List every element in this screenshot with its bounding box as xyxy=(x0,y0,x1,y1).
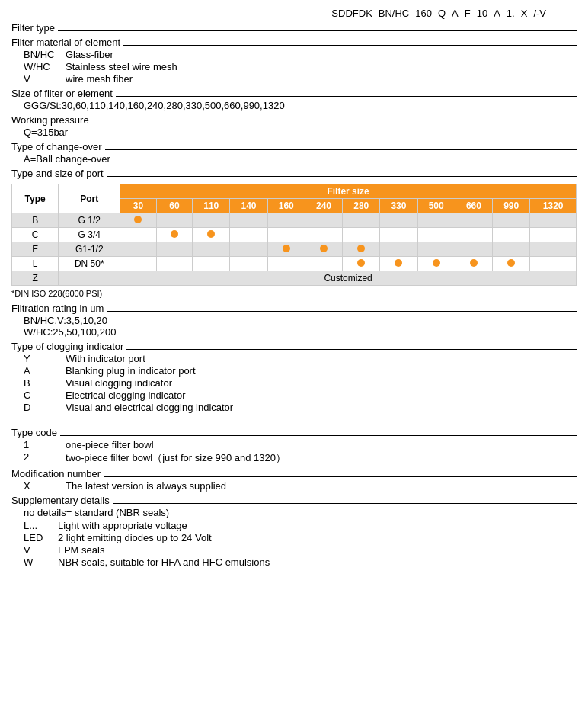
col-110: 110 xyxy=(193,199,230,213)
filtration-val-1: BN/HC,V:3,5,10,20 xyxy=(24,315,577,326)
filter-material-items: BN/HC Glass-fiber W/HC Stainless steel w… xyxy=(24,49,577,85)
mat-row-bnhc: BN/HC Glass-fiber xyxy=(24,49,577,60)
col-1320: 1320 xyxy=(530,199,577,213)
typecode-key-2: 2 xyxy=(24,451,66,465)
type-code-line xyxy=(60,435,577,436)
mat-row-v: V wire mesh fiber xyxy=(24,73,577,85)
c-330 xyxy=(380,228,417,242)
typecode-row-2: 2 two-piece filter bowl（just for size 99… xyxy=(24,451,577,465)
e-140 xyxy=(230,242,267,257)
clogging-row-a: A Blanking plug in indicator port xyxy=(24,365,577,377)
col-type: Type xyxy=(12,184,59,213)
c-110 xyxy=(193,228,230,242)
port-l: DN 50* xyxy=(59,257,120,271)
working-pressure-label: Working pressure xyxy=(11,114,89,126)
b-500 xyxy=(417,213,455,228)
size-filter-line xyxy=(116,96,577,97)
mat-key-bnhc: BN/HC xyxy=(24,49,66,60)
table-row-e: E G1-1/2 xyxy=(12,242,577,257)
code-1: 1. xyxy=(507,8,515,19)
supp-row-l: L... Light with appropriate voltage xyxy=(24,520,577,531)
supp-section: Supplementary details xyxy=(11,495,577,506)
code-160: 160 xyxy=(415,8,432,19)
clogging-val-y: With indicator port xyxy=(66,353,145,364)
type-z: Z xyxy=(12,271,59,286)
col-30: 30 xyxy=(120,199,157,213)
mod-number-line xyxy=(104,476,577,477)
b-1320 xyxy=(530,213,577,228)
code-v: /-V xyxy=(533,8,546,19)
e-330 xyxy=(380,242,417,257)
working-pressure-value: Q=315bar xyxy=(24,127,577,138)
change-over-label: Type of change-over xyxy=(11,141,102,152)
mod-key-x: X xyxy=(24,480,66,492)
l-160 xyxy=(267,257,305,271)
e-660 xyxy=(455,242,492,257)
mod-number-label: Modification number xyxy=(11,468,101,479)
typecode-row-1: 1 one-piece filter bowl xyxy=(24,439,577,450)
l-330 xyxy=(380,257,417,271)
l-500 xyxy=(417,257,455,271)
c-280 xyxy=(343,228,380,242)
col-140: 140 xyxy=(230,199,267,213)
type-code-items: 1 one-piece filter bowl 2 two-piece filt… xyxy=(24,439,577,465)
clogging-key-c: C xyxy=(24,389,66,401)
filter-table-wrap: Type Port Filter size 30 60 110 140 160 … xyxy=(11,184,577,286)
c-60 xyxy=(156,228,193,242)
e-990 xyxy=(493,242,530,257)
c-660 xyxy=(455,228,492,242)
clogging-key-y: Y xyxy=(24,353,66,364)
header-codes: SDDFDK BN/HC 160 Q A F 10 A 1. X /-V xyxy=(11,8,577,19)
supp-key-v: V xyxy=(24,544,58,556)
b-330 xyxy=(380,213,417,228)
size-filter-values: GGG/St:30,60,110,140,160,240,280,330,500… xyxy=(24,100,577,111)
filter-table: Type Port Filter size 30 60 110 140 160 … xyxy=(11,184,577,286)
l-140 xyxy=(230,257,267,271)
clogging-section: Type of clogging indicator xyxy=(11,341,577,352)
type-code-section: Type code xyxy=(11,427,577,438)
b-30 xyxy=(120,213,157,228)
col-240: 240 xyxy=(305,199,342,213)
supp-key-w: W xyxy=(24,556,58,568)
customized-label: Customized xyxy=(120,271,577,286)
code-x: X xyxy=(521,8,528,19)
supp-pre-item: no details= standard (NBR seals) xyxy=(24,507,577,518)
clogging-key-a: A xyxy=(24,365,66,377)
col-60: 60 xyxy=(156,199,193,213)
mod-number-section: Modification number xyxy=(11,468,577,479)
b-240 xyxy=(305,213,342,228)
working-pressure-section: Working pressure xyxy=(11,114,577,126)
l-990 xyxy=(493,257,530,271)
col-330: 330 xyxy=(380,199,417,213)
supp-key-led: LED xyxy=(24,532,58,543)
filter-type-label: Filter type xyxy=(11,22,55,34)
c-160 xyxy=(267,228,305,242)
working-pressure-line xyxy=(92,123,577,123)
filter-type-section: Filter type xyxy=(11,22,577,34)
mat-row-whc: W/HC Stainless steel wire mesh xyxy=(24,61,577,72)
mat-key-v: V xyxy=(24,73,66,85)
clogging-row-y: Y With indicator port xyxy=(24,353,577,364)
l-240 xyxy=(305,257,342,271)
mod-number-items: X The latest version is always supplied xyxy=(24,480,577,492)
clogging-line xyxy=(126,349,577,350)
col-280: 280 xyxy=(343,199,380,213)
filtration-rating-values: BN/HC,V:3,5,10,20 W/HC:25,50,100,200 xyxy=(24,315,577,338)
l-30 xyxy=(120,257,157,271)
working-pressure-text: Q=315bar xyxy=(24,127,68,138)
e-30 xyxy=(120,242,157,257)
mat-val-whc: Stainless steel wire mesh xyxy=(66,61,177,72)
supp-val-w: NBR seals, suitable for HFA and HFC emul… xyxy=(58,556,270,568)
col-port: Port xyxy=(59,184,120,213)
code-f: F xyxy=(465,8,471,19)
code-10: 10 xyxy=(477,8,487,19)
col-660: 660 xyxy=(455,199,492,213)
clogging-row-b: B Visual clogging indicator xyxy=(24,377,577,389)
col-990: 990 xyxy=(493,199,530,213)
table-row-z: Z Customized xyxy=(12,271,577,286)
supp-val-v: FPM seals xyxy=(58,544,104,556)
type-c: C xyxy=(12,228,59,242)
type-b: B xyxy=(12,213,59,228)
change-over-text: A=Ball change-over xyxy=(24,153,110,165)
change-over-section: Type of change-over xyxy=(11,141,577,152)
